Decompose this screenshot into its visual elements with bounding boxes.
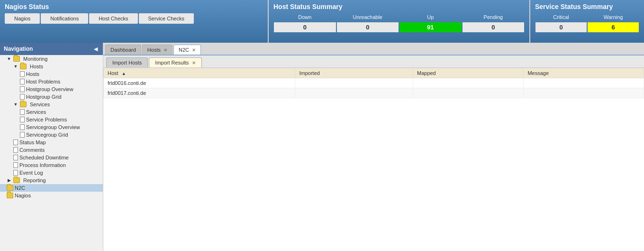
nav-host-checks[interactable]: Host Checks — [89, 13, 137, 24]
monitoring-folder-icon — [13, 56, 20, 62]
tab-hosts[interactable]: Hosts ✕ — [142, 45, 172, 55]
table-area: Host ▲ Imported Mapped Message — [103, 68, 644, 251]
sidebar-item-hosts[interactable]: Hosts — [0, 70, 103, 78]
cell-host: frld0017.conti.de — [104, 88, 295, 98]
host-status-panel: Host Status Summary Down 0 Unreachable 0… — [269, 0, 529, 43]
hosts-group-label: Hosts — [30, 64, 43, 69]
critical-label: Critical — [535, 12, 587, 22]
sidebar-header: Navigation ◄ — [0, 43, 103, 55]
comments-label: Comments — [19, 147, 45, 153]
sidebar-item-comments[interactable]: Comments — [0, 146, 103, 154]
tab-dashboard[interactable]: Dashboard — [105, 45, 141, 55]
tab-n2c-label: N2C — [179, 47, 189, 53]
nav-notifications[interactable]: Notifications — [41, 13, 88, 24]
pending-value: 0 — [463, 22, 525, 32]
services-group[interactable]: ▼ Services — [0, 101, 103, 108]
cell-message — [524, 88, 644, 98]
sub-tab-import-hosts[interactable]: Import Hosts — [106, 57, 148, 67]
hosts-doc-icon — [20, 71, 25, 77]
col-imported-label: Imported — [299, 70, 319, 76]
col-mapped[interactable]: Mapped — [413, 68, 523, 78]
sidebar-item-process-information[interactable]: Process Information — [0, 161, 103, 169]
service-problems-label: Service Problems — [26, 117, 67, 122]
scheduled-downtime-label: Scheduled Downtime — [19, 155, 69, 160]
comments-doc-icon — [13, 147, 18, 153]
sidebar-collapse-icon[interactable]: ◄ — [92, 45, 99, 53]
sidebar-item-services[interactable]: Services — [0, 108, 103, 116]
hostgroup-grid-label: Hostgroup Grid — [26, 94, 62, 100]
sidebar-item-hostgroup-overview[interactable]: Hostgroup Overview — [0, 85, 103, 93]
host-status-unreachable[interactable]: Unreachable 0 — [336, 12, 399, 33]
table-row[interactable]: frld0017.conti.de — [104, 88, 644, 98]
sidebar-item-hostgroup-grid[interactable]: Hostgroup Grid — [0, 93, 103, 101]
pending-label: Pending — [462, 12, 525, 22]
tab-n2c[interactable]: N2C ✕ — [173, 45, 201, 55]
col-message[interactable]: Message — [524, 68, 644, 78]
col-message-label: Message — [527, 70, 549, 76]
cell-mapped — [413, 78, 523, 88]
nagios-folder-icon — [7, 193, 13, 198]
sub-tab-import-results-close-icon[interactable]: ✕ — [192, 60, 196, 65]
service-status-grid: Critical 0 Warning 6 — [535, 12, 639, 33]
col-host[interactable]: Host ▲ — [104, 68, 295, 78]
down-value: 0 — [274, 22, 336, 32]
host-status-pending[interactable]: Pending 0 — [462, 12, 525, 33]
sidebar-item-host-problems[interactable]: Host Problems — [0, 78, 103, 85]
sidebar-item-n2c[interactable]: N2C — [0, 184, 103, 192]
tab-dashboard-label: Dashboard — [110, 47, 136, 53]
hostgroup-grid-doc-icon — [20, 94, 25, 100]
sub-tab-import-results-label: Import Results — [155, 60, 189, 65]
reporting-section: ▶ Reporting — [0, 177, 103, 184]
cell-host: frld0016.conti.de — [104, 78, 295, 88]
status-map-doc-icon — [13, 139, 18, 145]
cell-message — [524, 78, 644, 88]
nav-service-checks[interactable]: Service Checks — [139, 13, 194, 24]
host-status-title: Host Status Summary — [273, 3, 525, 10]
host-sort-icon: ▲ — [122, 71, 126, 76]
cell-mapped — [413, 88, 523, 98]
tab-hosts-close-icon[interactable]: ✕ — [163, 47, 167, 53]
reporting-group[interactable]: ▶ Reporting — [0, 177, 103, 184]
nagios-status-title: Nagios Status — [5, 3, 263, 10]
n2c-folder-icon — [7, 185, 13, 191]
service-status-warning[interactable]: Warning 6 — [587, 12, 639, 33]
sidebar-item-service-problems[interactable]: Service Problems — [0, 116, 103, 123]
unreachable-label: Unreachable — [336, 12, 399, 22]
table-row[interactable]: frld0016.conti.de — [104, 78, 644, 88]
sidebar-item-event-log[interactable]: Event Log — [0, 169, 103, 177]
critical-value: 0 — [535, 22, 587, 32]
import-results-table: Host ▲ Imported Mapped Message — [103, 68, 644, 98]
servicegroup-grid-doc-icon — [20, 132, 25, 138]
col-host-label: Host — [108, 70, 118, 76]
host-status-up[interactable]: Up 91 — [399, 12, 462, 33]
service-status-title: Service Status Summary — [535, 3, 639, 10]
sidebar-item-servicegroup-overview[interactable]: Servicegroup Overview — [0, 123, 103, 131]
monitoring-section: ▼ Monitoring ▼ Hosts Hosts Host Problems… — [0, 55, 103, 177]
monitoring-group[interactable]: ▼ Monitoring — [0, 55, 103, 63]
hosts-group[interactable]: ▼ Hosts — [0, 63, 103, 70]
col-imported[interactable]: Imported — [295, 68, 413, 78]
services-folder-icon — [20, 102, 27, 107]
sidebar-item-nagios[interactable]: Nagios — [0, 192, 103, 199]
service-status-critical[interactable]: Critical 0 — [535, 12, 587, 33]
sidebar-item-scheduled-downtime[interactable]: Scheduled Downtime — [0, 154, 103, 161]
sidebar-item-servicegroup-grid[interactable]: Servicegroup Grid — [0, 131, 103, 139]
col-mapped-label: Mapped — [417, 70, 436, 76]
nav-nagios[interactable]: Nagios — [5, 13, 40, 24]
content-area: Dashboard Hosts ✕ N2C ✕ Import Hosts Imp… — [103, 43, 644, 251]
tab-n2c-close-icon[interactable]: ✕ — [192, 47, 196, 53]
servicegroup-overview-label: Servicegroup Overview — [26, 124, 80, 130]
host-problems-doc-icon — [20, 79, 25, 84]
services-doc-icon — [20, 109, 25, 115]
sub-tab-import-results[interactable]: Import Results ✕ — [149, 57, 202, 67]
sidebar-title: Navigation — [4, 46, 33, 52]
scheduled-downtime-doc-icon — [13, 155, 18, 160]
tab-bar: Dashboard Hosts ✕ N2C ✕ — [103, 43, 644, 56]
warning-label: Warning — [587, 12, 639, 22]
host-status-down[interactable]: Down 0 — [273, 12, 336, 33]
warning-value: 6 — [588, 22, 639, 32]
up-label: Up — [399, 12, 462, 22]
services-arrow: ▼ — [13, 102, 18, 107]
sidebar-item-status-map[interactable]: Status Map — [0, 139, 103, 146]
cell-imported — [295, 78, 413, 88]
